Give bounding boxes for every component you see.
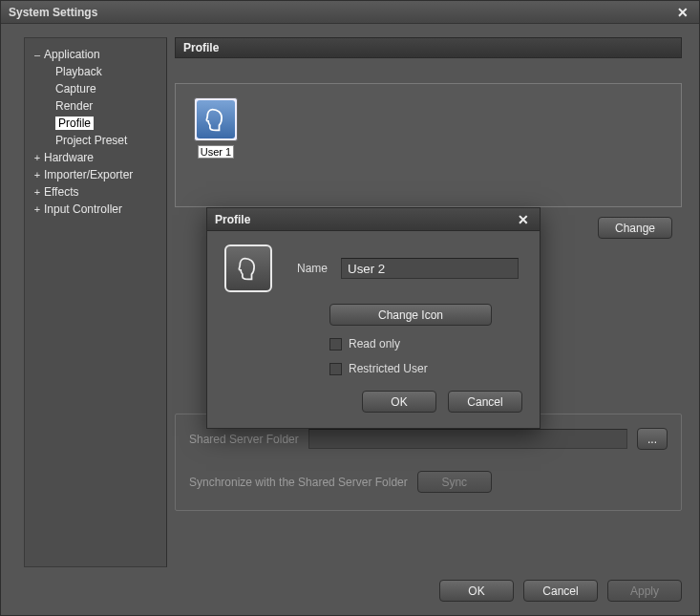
tree-item-effects[interactable]: + Effects bbox=[31, 183, 160, 201]
shared-folder-input[interactable] bbox=[308, 429, 627, 449]
tree-label: Playback bbox=[55, 65, 102, 78]
browse-button[interactable]: ... bbox=[637, 428, 668, 450]
ok-button[interactable]: OK bbox=[439, 580, 514, 602]
profile-head-icon bbox=[197, 100, 235, 138]
restricted-user-checkbox[interactable]: Restricted User bbox=[329, 362, 428, 375]
tree-item-importer-exporter[interactable]: + Importer/Exporter bbox=[31, 166, 160, 183]
sidebar: – Application Playback Capture Render Pr… bbox=[24, 37, 167, 567]
dialog-cancel-button[interactable]: Cancel bbox=[448, 391, 522, 413]
checkbox-box-icon bbox=[329, 338, 342, 350]
profile-caption: User 1 bbox=[198, 145, 234, 159]
expand-icon[interactable]: + bbox=[31, 169, 44, 181]
profile-icon-box bbox=[194, 97, 238, 141]
tree-label: Capture bbox=[55, 82, 96, 96]
collapse-icon[interactable]: – bbox=[31, 49, 44, 60]
tree-label: Project Preset bbox=[55, 134, 127, 147]
tree-item-profile[interactable]: Profile bbox=[31, 115, 160, 132]
dialog-title: Profile bbox=[215, 213, 250, 226]
change-icon-button[interactable]: Change Icon bbox=[329, 304, 492, 326]
tree-label: Render bbox=[55, 99, 93, 113]
close-icon[interactable]: ✕ bbox=[515, 211, 532, 228]
tree-item-project-preset[interactable]: Project Preset bbox=[31, 132, 160, 149]
dialog-ok-button[interactable]: OK bbox=[362, 391, 436, 413]
apply-button[interactable]: Apply bbox=[607, 580, 682, 602]
checkbox-box-icon bbox=[329, 363, 342, 375]
expand-icon[interactable]: + bbox=[31, 152, 44, 163]
section-header: Profile bbox=[175, 37, 682, 58]
tree-label: Importer/Exporter bbox=[44, 168, 133, 181]
profile-dialog: Profile ✕ Name Change Icon Read on bbox=[206, 207, 541, 429]
tree-label: Application bbox=[44, 48, 100, 61]
close-icon[interactable]: ✕ bbox=[674, 4, 691, 21]
dialog-body: Name Change Icon Read only Restricted Us… bbox=[207, 231, 540, 428]
dialog-titlebar: Profile ✕ bbox=[207, 208, 540, 231]
tree-label: Profile bbox=[55, 117, 94, 130]
checkbox-label: Restricted User bbox=[349, 362, 428, 375]
sync-text: Synchronize with the Shared Server Folde… bbox=[189, 476, 408, 489]
tree-label: Input Controller bbox=[44, 202, 122, 216]
name-input[interactable] bbox=[341, 258, 519, 279]
read-only-checkbox[interactable]: Read only bbox=[329, 337, 400, 350]
tree-item-render[interactable]: Render bbox=[31, 97, 160, 115]
profile-head-icon bbox=[224, 244, 272, 292]
tree-item-capture[interactable]: Capture bbox=[31, 80, 160, 97]
tree-item-hardware[interactable]: + Hardware bbox=[31, 149, 160, 166]
tree-item-input-controller[interactable]: + Input Controller bbox=[31, 201, 160, 218]
profile-tile[interactable]: User 1 bbox=[189, 97, 243, 159]
tree-item-playback[interactable]: Playback bbox=[31, 63, 160, 80]
section-title: Profile bbox=[183, 41, 219, 54]
expand-icon[interactable]: + bbox=[31, 186, 44, 198]
window-title: System Settings bbox=[9, 6, 97, 19]
name-label: Name bbox=[286, 262, 328, 275]
tree-label: Effects bbox=[44, 185, 78, 199]
checkbox-label: Read only bbox=[349, 337, 400, 350]
shared-folder-label: Shared Server Folder bbox=[189, 433, 299, 446]
tree-label: Hardware bbox=[44, 151, 94, 164]
change-button[interactable]: Change bbox=[598, 217, 672, 239]
footer-buttons: OK Cancel Apply bbox=[439, 580, 682, 602]
tree-item-application[interactable]: – Application bbox=[31, 46, 160, 63]
sync-button[interactable]: Sync bbox=[417, 471, 492, 493]
expand-icon[interactable]: + bbox=[31, 203, 44, 215]
profiles-panel: User 1 bbox=[175, 83, 682, 207]
titlebar: System Settings ✕ bbox=[1, 1, 699, 24]
cancel-button[interactable]: Cancel bbox=[523, 580, 598, 602]
settings-window: System Settings ✕ – Application Playback… bbox=[0, 0, 700, 616]
